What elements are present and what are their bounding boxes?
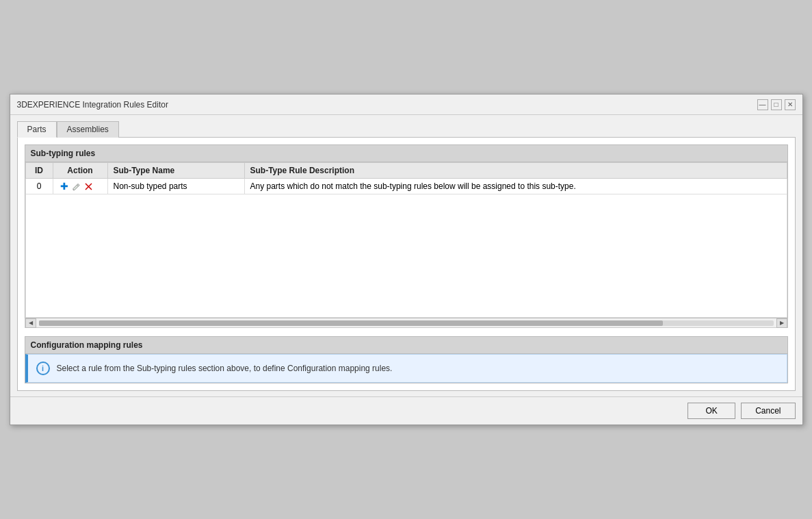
main-panel: Sub-typing rules ID Action Sub-Type Name… [17, 137, 796, 391]
config-info-box: i Select a rule from the Sub-typing rule… [25, 354, 787, 383]
config-section: Configuration mapping rules i Select a r… [25, 336, 788, 383]
col-header-name: Sub-Type Name [107, 163, 244, 179]
table-body: 0 ✚ [25, 179, 787, 318]
tab-parts[interactable]: Parts [17, 121, 57, 138]
cell-subtype-name: Non-sub typed parts [107, 179, 244, 194]
edit-icon[interactable] [71, 181, 82, 192]
subtyping-table-wrapper: ID Action Sub-Type Name Sub-Type Rule De… [25, 162, 788, 318]
config-info-wrapper: i Select a rule from the Sub-typing rule… [25, 353, 788, 383]
scroll-left-button[interactable]: ◀ [25, 318, 36, 328]
subtyping-section: Sub-typing rules ID Action Sub-Type Name… [25, 144, 788, 328]
tab-bar: Parts Assemblies [17, 121, 796, 137]
col-header-description: Sub-Type Rule Description [244, 163, 787, 179]
window-title: 3DEXPERIENCE Integration Rules Editor [17, 100, 168, 110]
main-window: 3DEXPERIENCE Integration Rules Editor — … [10, 94, 803, 425]
cancel-button[interactable]: Cancel [741, 403, 795, 419]
cell-id: 0 [25, 179, 53, 194]
col-header-action: Action [53, 163, 107, 179]
cell-description: Any parts which do not match the sub-typ… [244, 179, 787, 194]
horizontal-scrollbar[interactable]: ◀ ▶ [25, 318, 788, 328]
add-icon[interactable]: ✚ [59, 181, 70, 192]
footer: OK Cancel [10, 396, 802, 425]
subtyping-table: ID Action Sub-Type Name Sub-Type Rule De… [25, 162, 787, 318]
minimize-button[interactable]: — [757, 99, 768, 110]
scroll-right-button[interactable]: ▶ [776, 318, 787, 328]
content-area: Parts Assemblies Sub-typing rules ID Act… [10, 115, 802, 396]
cell-action: ✚ [53, 179, 107, 194]
subtyping-header: Sub-typing rules [25, 144, 788, 162]
tab-assemblies[interactable]: Assemblies [57, 121, 119, 138]
scrollbar-thumb[interactable] [39, 320, 664, 326]
table-header-row: ID Action Sub-Type Name Sub-Type Rule De… [25, 163, 787, 179]
title-bar: 3DEXPERIENCE Integration Rules Editor — … [10, 94, 802, 115]
config-info-text: Select a rule from the Sub-typing rules … [57, 364, 393, 373]
close-button[interactable]: ✕ [785, 99, 796, 110]
info-icon: i [36, 362, 50, 375]
scrollbar-track[interactable] [39, 320, 774, 326]
title-bar-controls: — □ ✕ [757, 99, 796, 110]
table-empty-row [25, 194, 787, 318]
config-header: Configuration mapping rules [25, 336, 788, 353]
maximize-button[interactable]: □ [771, 99, 782, 110]
action-icons: ✚ [59, 181, 102, 192]
ok-button[interactable]: OK [687, 403, 735, 419]
delete-icon[interactable] [83, 181, 94, 192]
col-header-id: ID [25, 163, 53, 179]
table-row: 0 ✚ [25, 179, 787, 194]
